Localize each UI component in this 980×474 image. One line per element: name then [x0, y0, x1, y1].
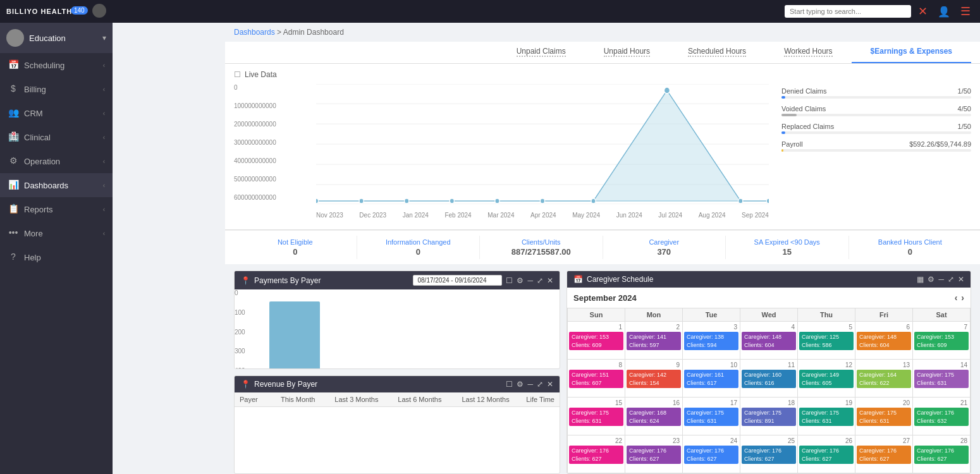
tab-earnings[interactable]: $Earnings & Expenses — [852, 42, 971, 63]
calendar-day-cell: 28Caregiver: 176Clients: 627 — [913, 435, 971, 473]
user-profile-icon[interactable]: 👤 — [934, 4, 953, 19]
calendar-event[interactable]: Caregiver: 176Clients: 627 — [684, 446, 738, 464]
scheduling-icon: 📅 — [8, 59, 19, 71]
sidebar-item-reports[interactable]: 📋 Reports ‹ — [0, 197, 113, 221]
user-avatar-icon[interactable] — [92, 4, 106, 18]
calendar-event[interactable]: Caregiver: 161Clients: 617 — [684, 370, 738, 388]
sidebar-item-crm[interactable]: 👥 CRM ‹ — [0, 101, 113, 125]
calendar-event[interactable]: Caregiver: 176Clients: 627 — [857, 446, 911, 464]
calendar-date-number: 23 — [627, 437, 681, 445]
calendar-event[interactable]: Caregiver: 148Clients: 604 — [857, 332, 911, 350]
next-month-button[interactable]: › — [961, 293, 964, 303]
expand-icon[interactable]: ⤢ — [537, 276, 543, 285]
tab-unpaid-hours[interactable]: Unpaid Hours — [585, 42, 669, 63]
org-selector[interactable]: Education ▾ — [0, 23, 113, 53]
sidebar-item-clinical[interactable]: 🏥 Clinical ‹ — [0, 125, 113, 149]
calendar-event[interactable]: Caregiver: 148Clients: 604 — [742, 332, 796, 350]
expand-icon-3[interactable]: ⤢ — [948, 275, 954, 284]
calendar-week-row: 22Caregiver: 176Clients: 62723Caregiver:… — [568, 435, 971, 473]
close-icon-2[interactable]: ✕ — [547, 380, 553, 389]
calendar-day-cell: 7Caregiver: 153Clients: 609 — [913, 322, 971, 360]
col-last3: Last 3 Months — [320, 392, 383, 407]
calendar-event[interactable]: Caregiver: 175Clients: 891 — [742, 408, 796, 426]
schedule-widget-controls: ▦ ⚙ ─ ⤢ ✕ — [917, 275, 964, 284]
calendar-date-number: 25 — [742, 437, 796, 445]
revenue-table-header-row: Payer This Month Last 3 Months Last 6 Mo… — [235, 392, 560, 407]
calendar-date-number: 19 — [799, 399, 854, 407]
calendar-nav-arrows: ‹ › — [955, 293, 964, 303]
minimize-icon-2[interactable]: ─ — [527, 380, 533, 389]
checkbox-toggle-2[interactable]: ☐ — [506, 380, 513, 389]
breadcrumb-parent[interactable]: Dashboards — [234, 28, 275, 37]
calendar-event[interactable]: Caregiver: 175Clients: 631 — [799, 408, 854, 426]
calendar-day-cell: 9Caregiver: 142Clients: 154 — [625, 360, 683, 398]
calendar-event[interactable]: Caregiver: 160Clients: 616 — [742, 370, 796, 388]
chart-x-labels: Nov 2023 Dec 2023 Jan 2024 Feb 2024 Mar … — [316, 207, 769, 223]
search-input[interactable] — [785, 5, 911, 18]
minimize-icon-3[interactable]: ─ — [938, 275, 944, 284]
calendar-event[interactable]: Caregiver: 141Clients: 597 — [627, 332, 681, 350]
settings-icon-2[interactable]: ⚙ — [517, 380, 524, 389]
operation-icon: ⚙ — [8, 155, 19, 167]
calendar-date-number: 22 — [569, 437, 623, 445]
calendar-event[interactable]: Caregiver: 175Clients: 631 — [914, 370, 969, 388]
sidebar-item-scheduling[interactable]: 📅 Scheduling ‹ — [0, 53, 113, 77]
menu-icon[interactable]: ☰ — [957, 3, 974, 20]
calendar-date-number: 16 — [627, 399, 681, 407]
calendar-event[interactable]: Caregiver: 168Clients: 624 — [627, 408, 681, 426]
calendar-event[interactable]: Caregiver: 176Clients: 627 — [742, 446, 796, 464]
calendar-event[interactable]: Caregiver: 153Clients: 609 — [569, 332, 623, 350]
sidebar-item-dashboards[interactable]: 📊 Dashboards ‹ — [0, 173, 113, 197]
calendar-event[interactable]: Caregiver: 175Clients: 631 — [569, 408, 623, 426]
calendar-event[interactable]: Caregiver: 176Clients: 632 — [914, 408, 969, 426]
calendar-event[interactable]: Caregiver: 176Clients: 627 — [569, 446, 623, 464]
calendar-day-cell: 19Caregiver: 175Clients: 631 — [798, 398, 855, 435]
calendar-event[interactable]: Caregiver: 125Clients: 586 — [799, 332, 854, 350]
close-icon[interactable]: ✕ — [547, 276, 553, 285]
calendar-event[interactable]: Caregiver: 175Clients: 631 — [684, 408, 738, 426]
checkbox-icon[interactable]: ☐ — [234, 70, 241, 79]
svg-point-8 — [316, 198, 319, 204]
sidebar-item-label: Operation — [24, 157, 60, 166]
calendar-event[interactable]: Caregiver: 176Clients: 627 — [799, 446, 854, 464]
calendar-date-number: 18 — [742, 399, 796, 407]
calendar-event[interactable]: Caregiver: 149Clients: 605 — [799, 370, 854, 388]
more-icon: ••• — [8, 228, 19, 239]
expand-icon-2[interactable]: ⤢ — [537, 380, 543, 389]
calendar-event[interactable]: Caregiver: 151Clients: 607 — [569, 370, 623, 388]
chevron-down-icon: ▾ — [102, 33, 106, 42]
sidebar-item-billing[interactable]: $ Billing ‹ — [0, 77, 113, 101]
close-icon[interactable]: ✕ — [915, 3, 931, 20]
date-range-input[interactable] — [413, 275, 502, 286]
tab-scheduled-hours[interactable]: Scheduled Hours — [669, 42, 765, 63]
calendar-event[interactable]: Caregiver: 164Clients: 622 — [857, 370, 911, 388]
grid-icon[interactable]: ▦ — [917, 275, 924, 284]
sidebar-item-more[interactable]: ••• More ‹ — [0, 221, 113, 245]
brand-name: BILLIYO HEALTH — [6, 8, 72, 15]
calendar-event[interactable]: Caregiver: 153Clients: 609 — [914, 332, 969, 350]
checkbox-toggle[interactable]: ☐ — [506, 276, 513, 285]
main-content: Dashboards > Admin Dashboard Unpaid Clai… — [225, 23, 980, 474]
calendar-day-cell: 5Caregiver: 125Clients: 586 — [798, 322, 855, 360]
calendar-week-row: 1Caregiver: 153Clients: 6092Caregiver: 1… — [568, 322, 971, 360]
tab-worked-hours[interactable]: Worked Hours — [765, 42, 851, 63]
calendar-date-number: 8 — [569, 361, 623, 369]
minimize-icon[interactable]: ─ — [527, 276, 533, 285]
prev-month-button[interactable]: ‹ — [955, 293, 958, 303]
sidebar-item-operation[interactable]: ⚙ Operation ‹ — [0, 149, 113, 173]
settings-icon[interactable]: ⚙ — [517, 276, 524, 285]
calendar-event[interactable]: Caregiver: 176Clients: 627 — [627, 446, 681, 464]
settings-icon-3[interactable]: ⚙ — [928, 275, 934, 284]
close-icon-3[interactable]: ✕ — [958, 275, 964, 284]
revenue-by-payer-widget: 📍 Revenue By Payer ☐ ⚙ ─ ⤢ ✕ Payer Th — [234, 375, 560, 474]
payments-widget-title: Payments By Payer — [254, 276, 321, 285]
schedule-month-header: September 2024 ‹ › — [567, 288, 971, 308]
calendar-event[interactable]: Caregiver: 138Clients: 594 — [684, 332, 738, 350]
calendar-event[interactable]: Caregiver: 176Clients: 627 — [914, 446, 969, 464]
calendar-event[interactable]: Caregiver: 142Clients: 154 — [627, 370, 681, 388]
stat-sa-expired: SA Expired <90 Days 15 — [726, 236, 849, 259]
calendar-day-cell: 21Caregiver: 176Clients: 632 — [913, 398, 971, 435]
tab-unpaid-claims[interactable]: Unpaid Claims — [498, 42, 585, 63]
sidebar-item-help[interactable]: ? Help — [0, 245, 113, 269]
calendar-event[interactable]: Caregiver: 175Clients: 631 — [857, 408, 911, 426]
